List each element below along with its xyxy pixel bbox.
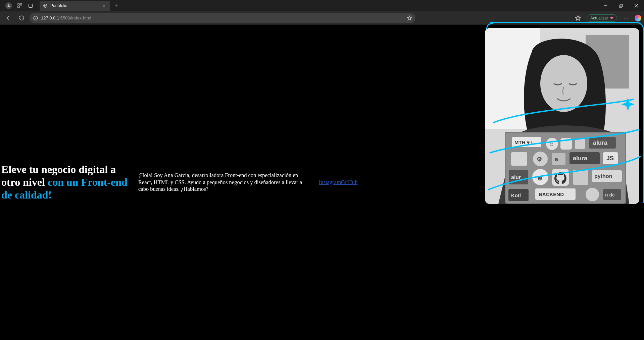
svg-text:☻: ☻ xyxy=(536,174,544,182)
maximize-button[interactable] xyxy=(613,0,629,11)
favorite-icon[interactable] xyxy=(407,15,412,21)
svg-rect-35 xyxy=(575,139,585,149)
svg-rect-41 xyxy=(552,153,565,165)
page-body: Eleve tu negocio digital a otro nivel co… xyxy=(0,25,644,340)
titlebar-left-controls xyxy=(2,2,37,9)
refresh-pill-label: Actualizar xyxy=(590,16,608,20)
headline: Eleve tu negocio digital a otro nivel co… xyxy=(1,163,129,201)
svg-text:MTH ♥ I: MTH ♥ I xyxy=(514,139,533,145)
svg-rect-52 xyxy=(573,170,588,185)
spark-icon xyxy=(621,98,635,111)
instagram-link[interactable]: Instagram xyxy=(319,179,341,185)
svg-rect-4 xyxy=(29,4,33,8)
svg-text:python: python xyxy=(594,173,612,179)
svg-rect-2 xyxy=(20,4,22,5)
github-link[interactable]: GitHub xyxy=(341,179,358,185)
svg-text:Kotl: Kotl xyxy=(511,192,521,198)
close-tab-button[interactable]: ✕ xyxy=(101,3,107,8)
svg-rect-38 xyxy=(511,152,527,166)
window-controls xyxy=(598,0,644,11)
menu-button[interactable] xyxy=(621,13,631,23)
viewport: Eleve tu negocio digital a otro nivel co… xyxy=(0,25,644,340)
svg-text:alura: alura xyxy=(593,139,608,146)
svg-point-0 xyxy=(8,4,9,6)
svg-point-22 xyxy=(626,17,626,18)
profile-icon[interactable] xyxy=(5,2,12,9)
intro-paragraph: ¡Hola! Soy Ana García, desarrolladora Fr… xyxy=(138,172,309,193)
tab-actions-icon[interactable] xyxy=(28,3,34,9)
svg-rect-1 xyxy=(18,4,19,5)
tab-strip: Portafolio ✕ ＋ xyxy=(0,0,644,11)
svg-text:a: a xyxy=(555,156,558,163)
toolbar-right: Actualizar ❤ xyxy=(573,13,641,23)
globe-icon xyxy=(43,3,48,8)
svg-rect-10 xyxy=(619,5,622,7)
svg-rect-34 xyxy=(560,138,572,150)
refresh-button[interactable] xyxy=(16,13,27,23)
browser-tab[interactable]: Portafolio ✕ xyxy=(40,1,110,11)
svg-point-59 xyxy=(586,188,599,201)
site-info-icon[interactable] xyxy=(33,15,38,21)
back-button[interactable] xyxy=(3,13,13,23)
url-host: 127.0.0.1 xyxy=(41,15,59,20)
minimize-button[interactable] xyxy=(598,0,613,11)
heart-icon: ❤ xyxy=(610,16,613,20)
address-bar[interactable]: 127.0.0.1:5500/index.html xyxy=(30,13,415,23)
svg-point-27 xyxy=(540,55,587,112)
new-tab-button[interactable]: ＋ xyxy=(111,1,121,10)
svg-point-23 xyxy=(627,17,628,18)
svg-marker-17 xyxy=(407,16,411,20)
svg-text:alur: alur xyxy=(511,174,521,180)
svg-text:BACKEND: BACKEND xyxy=(539,191,564,197)
hero-image: MTH ♥ I ☺ alura ⚙ a alura JS alur ☻ xyxy=(485,28,639,204)
url-path: :5500/index.html xyxy=(59,15,91,20)
svg-rect-3 xyxy=(18,6,19,8)
browser-chrome: Portafolio ✕ ＋ 1 xyxy=(0,0,644,25)
tab-title: Portafolio xyxy=(50,3,67,8)
close-window-button[interactable] xyxy=(629,0,644,11)
svg-text:JS: JS xyxy=(606,155,614,162)
svg-text:☺: ☺ xyxy=(549,141,554,147)
hero-image-container: MTH ♥ I ☺ alura ⚙ a alura JS alur ☻ xyxy=(486,22,644,207)
copilot-icon[interactable] xyxy=(635,15,641,21)
svg-point-21 xyxy=(624,17,625,18)
refresh-pill[interactable]: Actualizar ❤ xyxy=(587,14,617,22)
svg-rect-11 xyxy=(620,4,622,6)
svg-marker-62 xyxy=(621,98,635,111)
svg-text:alura: alura xyxy=(573,155,588,162)
favorites-icon[interactable] xyxy=(573,13,583,23)
url-text: 127.0.0.1:5500/index.html xyxy=(41,15,404,20)
svg-text:⚙: ⚙ xyxy=(537,156,542,163)
social-links: InstagramGitHub xyxy=(319,179,357,186)
svg-text:n de: n de xyxy=(605,192,615,197)
workspaces-icon[interactable] xyxy=(17,3,23,9)
